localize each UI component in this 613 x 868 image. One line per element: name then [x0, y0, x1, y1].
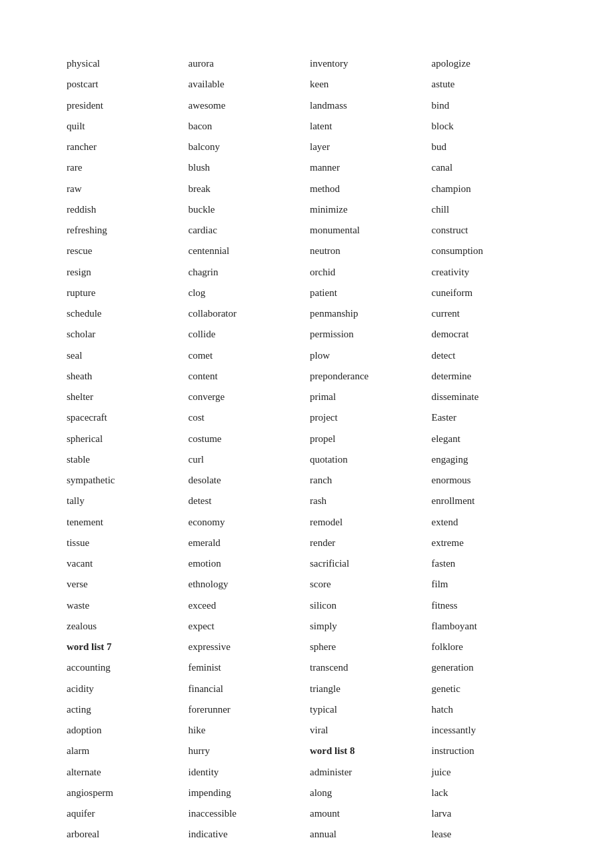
word-cell-r1-c3: astute	[432, 74, 547, 95]
word-cell-r15-c1: content	[189, 366, 304, 387]
word-cell-r36-c3: larva	[432, 803, 547, 824]
word-cell-r23-c1: emerald	[189, 533, 304, 553]
word-cell-r19-c3: engaging	[432, 449, 547, 470]
word-cell-r21-c3: enrollment	[432, 491, 547, 511]
word-cell-r37-c1: indicative	[189, 824, 304, 845]
word-cell-r36-c2: amount	[310, 803, 425, 824]
word-cell-r24-c3: fasten	[432, 553, 547, 574]
word-cell-r12-c0: schedule	[67, 303, 182, 324]
word-cell-r7-c3: chill	[432, 199, 547, 220]
word-cell-r29-c1: feminist	[189, 657, 304, 678]
word-cell-r3-c1: bacon	[189, 116, 304, 137]
word-cell-r11-c3: cuneiform	[432, 283, 547, 303]
word-cell-r11-c1: clog	[189, 283, 304, 303]
word-cell-r30-c3: genetic	[432, 679, 547, 699]
word-cell-r16-c0: shelter	[67, 387, 182, 407]
word-cell-r15-c0: sheath	[67, 366, 182, 387]
word-cell-r31-c0: acting	[67, 699, 182, 720]
word-cell-r26-c0: waste	[67, 595, 182, 616]
word-cell-r23-c0: tissue	[67, 533, 182, 553]
word-cell-r7-c2: minimize	[310, 199, 425, 220]
word-cell-r26-c3: fitness	[432, 595, 547, 616]
word-cell-r15-c3: determine	[432, 366, 547, 387]
word-cell-r14-c2: plow	[310, 345, 425, 366]
word-cell-r3-c0: quilt	[67, 116, 182, 137]
word-cell-r18-c1: costume	[189, 429, 304, 449]
word-cell-r33-c3: instruction	[432, 741, 547, 761]
word-cell-r37-c2: annual	[310, 824, 425, 845]
word-cell-r30-c0: acidity	[67, 679, 182, 699]
word-cell-r3-c3: block	[432, 116, 547, 137]
word-cell-r24-c2: sacrificial	[310, 553, 425, 574]
word-cell-r17-c3: Easter	[432, 407, 547, 428]
word-cell-r34-c2: administer	[310, 762, 425, 783]
word-cell-r18-c2: propel	[310, 429, 425, 449]
word-cell-r35-c1: impending	[189, 783, 304, 803]
word-cell-r23-c2: render	[310, 533, 425, 553]
word-cell-r10-c0: resign	[67, 262, 182, 283]
word-cell-r25-c2: score	[310, 574, 425, 595]
word-cell-r35-c2: along	[310, 783, 425, 803]
word-cell-r16-c3: disseminate	[432, 387, 547, 407]
word-cell-r13-c1: collide	[189, 324, 304, 345]
word-cell-r17-c2: project	[310, 407, 425, 428]
word-cell-r13-c3: democrat	[432, 324, 547, 345]
word-cell-r7-c1: buckle	[189, 199, 304, 220]
word-cell-r25-c1: ethnology	[189, 574, 304, 595]
word-cell-r19-c2: quotation	[310, 449, 425, 470]
word-cell-r20-c1: desolate	[189, 470, 304, 491]
word-cell-r31-c3: hatch	[432, 699, 547, 720]
word-cell-r28-c1: expressive	[189, 637, 304, 657]
word-cell-r22-c1: economy	[189, 512, 304, 533]
word-cell-r12-c2: penmanship	[310, 303, 425, 324]
word-cell-r33-c2: word list 8	[310, 741, 425, 761]
word-cell-r2-c3: bind	[432, 95, 547, 116]
word-cell-r34-c1: identity	[189, 762, 304, 783]
word-cell-r25-c0: verse	[67, 574, 182, 595]
word-cell-r0-c1: aurora	[189, 53, 304, 74]
word-cell-r26-c1: exceed	[189, 595, 304, 616]
word-cell-r18-c3: elegant	[432, 429, 547, 449]
word-cell-r32-c0: adoption	[67, 720, 182, 741]
word-cell-r21-c1: detest	[189, 491, 304, 511]
word-cell-r34-c3: juice	[432, 762, 547, 783]
word-cell-r29-c3: generation	[432, 657, 547, 678]
word-cell-r22-c2: remodel	[310, 512, 425, 533]
word-cell-r22-c3: extend	[432, 512, 547, 533]
word-cell-r37-c3: lease	[432, 824, 547, 845]
word-cell-r15-c2: preponderance	[310, 366, 425, 387]
word-cell-r26-c2: silicon	[310, 595, 425, 616]
word-cell-r19-c1: curl	[189, 449, 304, 470]
word-cell-r6-c3: champion	[432, 179, 547, 199]
word-cell-r6-c2: method	[310, 179, 425, 199]
word-cell-r3-c2: latent	[310, 116, 425, 137]
word-cell-r28-c2: sphere	[310, 637, 425, 657]
word-cell-r17-c1: cost	[189, 407, 304, 428]
word-cell-r22-c0: tenement	[67, 512, 182, 533]
word-cell-r2-c2: landmass	[310, 95, 425, 116]
word-cell-r31-c1: forerunner	[189, 699, 304, 720]
word-cell-r1-c1: available	[189, 74, 304, 95]
word-cell-r6-c1: break	[189, 179, 304, 199]
word-cell-r12-c3: current	[432, 303, 547, 324]
word-cell-r6-c0: raw	[67, 179, 182, 199]
word-cell-r35-c0: angiosperm	[67, 783, 182, 803]
word-cell-r11-c2: patient	[310, 283, 425, 303]
word-cell-r35-c3: lack	[432, 783, 547, 803]
word-cell-r28-c0: word list 7	[67, 637, 182, 657]
word-cell-r2-c0: president	[67, 95, 182, 116]
word-cell-r25-c3: film	[432, 574, 547, 595]
word-cell-r1-c0: postcart	[67, 74, 182, 95]
word-cell-r20-c2: ranch	[310, 470, 425, 491]
word-cell-r9-c2: neutron	[310, 241, 425, 261]
word-cell-r19-c0: stable	[67, 449, 182, 470]
word-cell-r5-c3: canal	[432, 157, 547, 178]
word-cell-r27-c3: flamboyant	[432, 616, 547, 637]
word-cell-r33-c1: hurry	[189, 741, 304, 761]
word-cell-r10-c2: orchid	[310, 262, 425, 283]
word-cell-r4-c3: bud	[432, 137, 547, 157]
word-cell-r30-c1: financial	[189, 679, 304, 699]
word-cell-r18-c0: spherical	[67, 429, 182, 449]
word-cell-r4-c0: rancher	[67, 137, 182, 157]
word-cell-r5-c1: blush	[189, 157, 304, 178]
